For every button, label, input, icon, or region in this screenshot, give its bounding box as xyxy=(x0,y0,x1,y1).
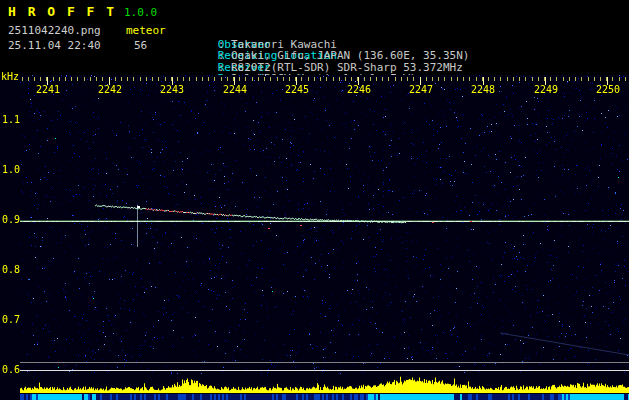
time-tick-label: 2248 xyxy=(468,84,498,95)
hrofft-window: H R O F F T 1.0.0 2511042240.png meteor … xyxy=(0,0,629,400)
time-tick-label: 2245 xyxy=(282,84,312,95)
output-filename: 2511042240.png xyxy=(8,24,101,37)
freq-tick-label: 0.9 xyxy=(2,214,20,225)
time-tick-label: 2249 xyxy=(531,84,561,95)
echo-count: 56 xyxy=(134,39,147,52)
freq-tick-label: 0.6 xyxy=(2,364,20,375)
spectrogram-canvas xyxy=(0,75,629,400)
station-info: Observer: Takanori Kawachi Receiving Loc… xyxy=(178,4,205,73)
freq-unit-label: kHz xyxy=(1,71,19,82)
freq-tick-label: 0.7 xyxy=(2,314,20,325)
time-tick-label: 2243 xyxy=(157,84,187,95)
freq-tick-label: 1.0 xyxy=(2,164,20,175)
time-tick-label: 2247 xyxy=(406,84,436,95)
app-version: 1.0.0 xyxy=(124,6,157,19)
time-tick-label: 2242 xyxy=(95,84,125,95)
app-title: H R O F F T xyxy=(8,4,116,19)
time-tick-label: 2244 xyxy=(220,84,250,95)
freq-tick-label: 1.1 xyxy=(2,114,20,125)
time-tick-label: 2241 xyxy=(33,84,63,95)
time-tick-label: 2246 xyxy=(344,84,374,95)
mode-label: meteor xyxy=(126,24,166,37)
freq-tick-label: 0.8 xyxy=(2,264,20,275)
datetime-label: 25.11.04 22:40 xyxy=(8,39,101,52)
info-value: : Ogaki, Gifu, JAPAN (136.60E, 35.35N) xyxy=(218,50,470,62)
time-tick-label: 2250 xyxy=(593,84,623,95)
